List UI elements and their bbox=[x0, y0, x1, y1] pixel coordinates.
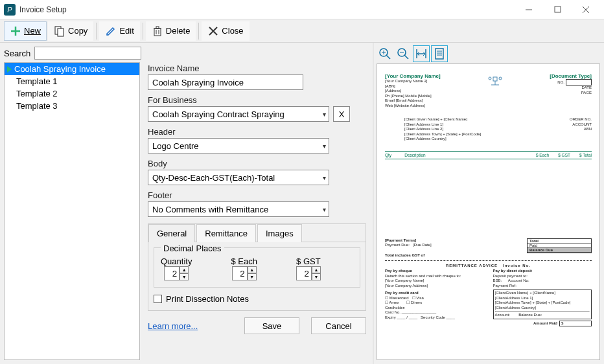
invoice-preview: [Your Company Name] [Your Company Name 2… bbox=[377, 63, 600, 360]
close-window-button[interactable] bbox=[572, 0, 600, 19]
app-icon: P bbox=[4, 4, 16, 16]
each-label: $ Each bbox=[231, 256, 257, 266]
list-item[interactable]: Template 2 bbox=[5, 87, 139, 100]
trash-icon bbox=[152, 25, 163, 37]
fit-width-button[interactable] bbox=[413, 45, 430, 62]
plus-icon bbox=[10, 25, 21, 37]
maximize-icon bbox=[554, 6, 561, 13]
toolbar: New Copy Edit Delete Close bbox=[0, 19, 604, 43]
new-button[interactable]: New bbox=[4, 21, 47, 41]
body-label: Body bbox=[148, 159, 366, 168]
down-arrow-icon[interactable]: ▼ bbox=[248, 273, 257, 280]
header-label: Header bbox=[148, 127, 366, 137]
tab-remittance[interactable]: Remittance bbox=[196, 224, 256, 242]
list-item[interactable]: Template 1 bbox=[5, 75, 139, 87]
zoom-out-button[interactable] bbox=[395, 45, 412, 62]
triangle-marker-icon bbox=[7, 66, 12, 73]
pencil-icon bbox=[105, 25, 117, 37]
tab-images[interactable]: Images bbox=[257, 224, 302, 242]
chevron-down-icon: ▾ bbox=[323, 206, 326, 213]
chevron-down-icon: ▾ bbox=[323, 111, 326, 118]
svg-line-20 bbox=[404, 55, 408, 59]
fit-page-button[interactable] bbox=[431, 45, 448, 62]
for-business-select[interactable]: Coolah Spraying Contract Spraying ▾ bbox=[148, 106, 329, 122]
down-arrow-icon[interactable]: ▼ bbox=[312, 273, 321, 280]
decimal-places-group: Decimal Places Quantity ▲▼ $ Each bbox=[154, 247, 360, 288]
svg-line-16 bbox=[386, 55, 390, 59]
svg-point-32 bbox=[489, 77, 491, 80]
chevron-down-icon: ▾ bbox=[323, 142, 326, 150]
page-icon bbox=[433, 47, 446, 60]
body-select[interactable]: Qty-Desc-Each-GST(Each)-Total ▾ bbox=[148, 170, 329, 185]
search-input[interactable] bbox=[34, 47, 141, 60]
header-select[interactable]: Logo Centre ▾ bbox=[148, 138, 329, 154]
list-item[interactable]: Template 3 bbox=[5, 100, 139, 112]
dissection-label: Print Dissection Notes bbox=[166, 294, 249, 304]
close-icon bbox=[582, 6, 590, 14]
template-list[interactable]: Coolah Spraying Invoice Template 1 Templ… bbox=[4, 62, 140, 360]
dissection-checkbox[interactable] bbox=[154, 295, 162, 303]
title-bar: P Invoice Setup bbox=[0, 0, 604, 19]
save-button[interactable]: Save bbox=[244, 317, 299, 334]
chevron-down-icon: ▾ bbox=[323, 174, 326, 181]
invoice-name-input[interactable] bbox=[148, 74, 303, 90]
svg-rect-29 bbox=[493, 77, 497, 81]
minimize-button[interactable] bbox=[515, 0, 543, 19]
svg-rect-12 bbox=[156, 27, 159, 28]
svg-rect-8 bbox=[154, 28, 161, 36]
gst-stepper[interactable]: ▲▼ bbox=[296, 266, 321, 280]
clear-business-button[interactable]: X bbox=[333, 106, 350, 122]
zoom-in-icon bbox=[378, 47, 391, 60]
window-title: Invoice Setup bbox=[19, 5, 515, 14]
gst-label: $ GST bbox=[296, 256, 321, 266]
edit-button[interactable]: Edit bbox=[99, 21, 139, 41]
logo-placeholder-icon bbox=[486, 73, 504, 89]
up-arrow-icon[interactable]: ▲ bbox=[248, 266, 257, 273]
form-pane: Invoice Name For Business Coolah Sprayin… bbox=[140, 62, 366, 360]
copy-button[interactable]: Copy bbox=[48, 21, 93, 41]
quantity-label: Quantity bbox=[161, 256, 192, 266]
close-button[interactable]: Close bbox=[202, 21, 249, 41]
search-label: Search bbox=[4, 49, 30, 58]
zoom-in-button[interactable] bbox=[377, 45, 393, 62]
svg-rect-7 bbox=[58, 28, 64, 36]
fit-width-icon bbox=[415, 47, 428, 60]
learn-more-link[interactable]: Learn more... bbox=[148, 321, 198, 331]
each-stepper[interactable]: ▲▼ bbox=[232, 266, 257, 280]
up-arrow-icon[interactable]: ▲ bbox=[312, 266, 321, 273]
x-icon bbox=[207, 25, 219, 37]
tab-general[interactable]: General bbox=[148, 224, 195, 242]
copy-icon bbox=[54, 25, 65, 37]
delete-button[interactable]: Delete bbox=[146, 21, 196, 41]
svg-rect-25 bbox=[436, 49, 443, 59]
svg-point-33 bbox=[499, 77, 502, 80]
quantity-stepper[interactable]: ▲▼ bbox=[164, 266, 189, 280]
for-business-label: For Business bbox=[148, 95, 366, 105]
down-arrow-icon[interactable]: ▼ bbox=[180, 273, 189, 280]
zoom-out-icon bbox=[397, 47, 410, 60]
svg-rect-1 bbox=[555, 6, 561, 12]
cancel-button[interactable]: Cancel bbox=[311, 317, 366, 334]
maximize-button[interactable] bbox=[543, 0, 572, 19]
footer-label: Footer bbox=[148, 190, 366, 200]
up-arrow-icon[interactable]: ▲ bbox=[180, 266, 189, 273]
footer-select[interactable]: No Comments with Remittance ▾ bbox=[148, 201, 329, 217]
invoice-name-label: Invoice Name bbox=[148, 63, 366, 73]
list-item[interactable]: Coolah Spraying Invoice bbox=[5, 63, 139, 75]
minimize-icon bbox=[525, 6, 533, 14]
preview-toolbar bbox=[377, 45, 600, 63]
